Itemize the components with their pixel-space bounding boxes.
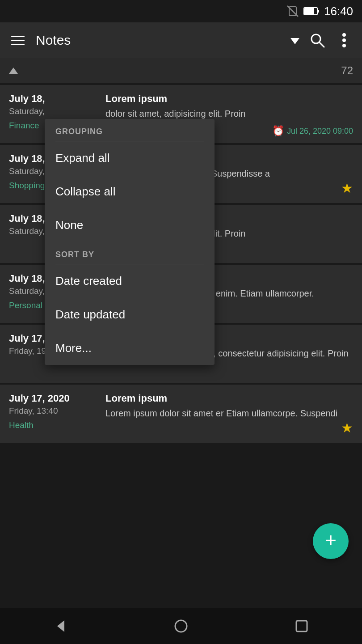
svg-point-7 (342, 33, 346, 37)
reminder-badge: ⏰ Jul 26, 2020 09:00 (272, 125, 353, 137)
more-icon (342, 33, 346, 48)
svg-line-6 (319, 42, 324, 47)
reminder-text: Jul 26, 2020 09:00 (287, 127, 353, 136)
note-preview: dolor sit amet, adipisicing elit. Proin (105, 107, 353, 120)
status-bar: 16:40 (0, 0, 362, 22)
back-icon (53, 619, 68, 634)
note-date-area: July 17, 2020 Friday, 13:40 Health (9, 393, 98, 435)
collapse-all-item[interactable]: Collapse all (45, 175, 215, 208)
sim-icon (286, 5, 299, 17)
svg-point-9 (342, 44, 346, 47)
recents-button[interactable] (288, 613, 315, 640)
svg-rect-3 (317, 10, 319, 13)
note-title: Lorem ipsum (105, 393, 353, 404)
dropdown-menu: GROUPING Expand all Collapse all None SO… (45, 119, 215, 365)
svg-point-11 (175, 620, 187, 632)
note-tag: Health (9, 420, 98, 430)
svg-marker-10 (57, 620, 64, 632)
date-created-item[interactable]: Date created (45, 264, 215, 298)
note-title: Lorem ipsum (105, 93, 353, 105)
svg-rect-12 (296, 621, 307, 631)
star-icon: ★ (341, 180, 353, 196)
notes-area: 72 July 18, Saturday, Finance Lorem ipsu… (0, 58, 362, 608)
grouping-label: GROUPING (45, 119, 215, 141)
note-day: Friday, 13:40 (9, 406, 98, 416)
home-icon (173, 619, 189, 634)
search-icon (310, 33, 325, 48)
note-day: Saturday, (9, 106, 98, 116)
title-area[interactable]: Notes (36, 33, 299, 48)
note-date: July 17, 2020 (9, 393, 98, 404)
none-item[interactable]: None (45, 208, 215, 242)
sort-by-label: SORT BY (45, 242, 215, 264)
menu-button[interactable] (9, 31, 27, 49)
toolbar: Notes (0, 22, 362, 58)
svg-rect-4 (304, 8, 314, 14)
home-button[interactable] (168, 613, 194, 640)
date-updated-item[interactable]: Date updated (45, 298, 215, 331)
alarm-icon: ⏰ (272, 125, 284, 137)
expand-all-item[interactable]: Expand all (45, 141, 215, 175)
fab-plus-icon: + (325, 530, 337, 550)
group-count: 72 (341, 64, 353, 77)
title-dropdown-arrow (290, 38, 299, 44)
square-icon (295, 619, 308, 633)
more-item[interactable]: More... (45, 331, 215, 365)
app-title: Notes (36, 33, 289, 48)
note-content: Lorem ipsum Lorem ipsum dolor sit amet e… (105, 393, 353, 435)
note-date: July 18, (9, 93, 98, 105)
group-header-left (9, 68, 18, 74)
fab-button[interactable]: + (313, 523, 349, 559)
svg-point-8 (342, 38, 346, 42)
status-icons: 16:40 (286, 4, 353, 18)
star-icon: ★ (341, 420, 353, 436)
more-button[interactable] (335, 31, 353, 49)
menu-icon (11, 36, 25, 45)
battery-icon (303, 6, 320, 16)
search-button[interactable] (308, 31, 326, 49)
collapse-icon (9, 68, 18, 74)
nav-bar (0, 608, 362, 644)
note-card[interactable]: July 17, 2020 Friday, 13:40 Health Lorem… (0, 385, 362, 443)
group-header[interactable]: 72 (0, 58, 362, 83)
note-preview: Lorem ipsum dolor sit amet er Etiam ulla… (105, 407, 353, 419)
back-button[interactable] (47, 613, 74, 640)
status-time: 16:40 (324, 4, 353, 18)
